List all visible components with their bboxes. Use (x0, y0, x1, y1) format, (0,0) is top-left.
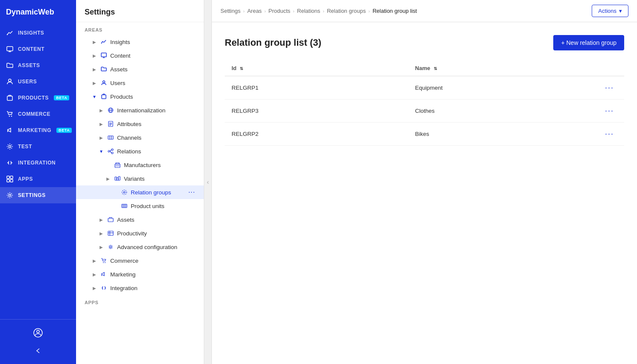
breadcrumb-current: Relation group list (373, 8, 417, 14)
sidebar-item-content[interactable]: CONTENT (0, 41, 76, 57)
row-menu-btn-2[interactable]: ··· (602, 106, 617, 116)
monitor-sm-icon (100, 52, 108, 59)
assets2-icon (107, 216, 114, 223)
content-header: Relation group list (3) + New relation g… (225, 35, 624, 50)
sidebar-item-marketing-sub[interactable]: ▶ Marketing (76, 267, 204, 281)
sidebar-item-variants[interactable]: ▶ Variants (76, 172, 204, 185)
sidebar-relation-groups-label: Relation groups (131, 189, 186, 196)
app-logo: DynamicWeb (0, 0, 76, 25)
svg-rect-11 (10, 176, 13, 179)
row-menu-btn-3[interactable]: ··· (602, 129, 617, 139)
sidebar-item-content-sub[interactable]: ▶ Content (76, 49, 204, 62)
sidebar-integration-label: Integration (110, 285, 195, 291)
commerce-sm-icon (100, 257, 108, 264)
sidebar-item-settings[interactable]: SETTINGS (0, 187, 76, 203)
user-profile-btn[interactable] (0, 324, 76, 342)
svg-rect-50 (108, 218, 113, 222)
sidebar-item-advanced-config[interactable]: ▶ Advanced configuration (76, 240, 204, 254)
sidebar-item-commerce[interactable]: COMMERCE (0, 106, 76, 122)
breadcrumb-products[interactable]: Products (268, 8, 290, 14)
chevron-right-icon: ▶ (91, 285, 97, 291)
sidebar-item-apps[interactable]: APPS (0, 171, 76, 187)
chevron-right-icon: ▶ (98, 107, 104, 113)
sidebar-item-attributes[interactable]: ▶ Attributes (76, 117, 204, 131)
sidebar-item-commerce-sub[interactable]: ▶ Commerce (76, 254, 204, 267)
sidebar-item-users[interactable]: USERS (0, 73, 76, 90)
sidebar-item-productivity[interactable]: ▶ Productivity (76, 226, 204, 240)
sidebar-item-insights-sub[interactable]: ▶ Insights (76, 35, 204, 49)
table-row[interactable]: RELGRP3 Clothes ··· (225, 100, 624, 123)
table-row[interactable]: RELGRP2 Bikes ··· (225, 123, 624, 146)
relation-groups-table: Id ⇅ Name ⇅ RELGRP1 Equipment ··· (225, 61, 624, 146)
row-menu-btn-1[interactable]: ··· (602, 82, 617, 93)
sidebar-item-products-sub[interactable]: ▼ Products (76, 90, 204, 103)
relation-groups-menu[interactable]: ··· (188, 188, 195, 196)
row-name-3: Bikes (408, 123, 595, 146)
svg-rect-17 (101, 53, 106, 57)
new-relation-group-button[interactable]: + New relation group (553, 35, 624, 50)
svg-point-16 (37, 330, 39, 333)
sidebar-item-marketing[interactable]: MARKETING BETA (0, 122, 76, 138)
svg-point-31 (108, 150, 110, 152)
sidebar-item-test[interactable]: TEST (0, 138, 76, 155)
breadcrumb-relations[interactable]: Relations (297, 8, 320, 14)
apps-icon (6, 175, 14, 183)
sidebar-item-assets-sub[interactable]: ▶ Assets (76, 62, 204, 76)
sidebar-commerce-label: Commerce (110, 258, 195, 264)
svg-rect-42 (117, 178, 118, 180)
productivity-icon (107, 229, 114, 237)
sidebar-item-channels[interactable]: ▶ Channels (76, 131, 204, 144)
col-id[interactable]: Id ⇅ (225, 61, 408, 76)
breadcrumb-relation-groups[interactable]: Relation groups (327, 8, 366, 14)
sidebar-item-relations[interactable]: ▼ Relations (76, 144, 204, 158)
content-area: Relation group list (3) + New relation g… (212, 22, 637, 364)
table-head: Id ⇅ Name ⇅ (225, 61, 624, 76)
sidebar-item-integration-sub[interactable]: ▶ Integration (76, 281, 204, 295)
sidebar-product-units-label: Product units (131, 203, 195, 209)
svg-point-32 (112, 149, 113, 150)
svg-rect-28 (108, 136, 113, 139)
products-sm-icon (100, 93, 108, 100)
sidebar-productivity-label: Productivity (117, 230, 195, 237)
chevron-right-icon: ▶ (98, 230, 104, 236)
sidebar-resize-handle[interactable]: ‹ (204, 0, 212, 364)
row-actions-3: ··· (595, 123, 624, 146)
table-row[interactable]: RELGRP1 Equipment ··· (225, 76, 624, 100)
sidebar-item-product-units[interactable]: ▶ Product units (76, 199, 204, 213)
breadcrumb-areas[interactable]: Areas (247, 8, 262, 14)
actions-button[interactable]: Actions ▾ (592, 5, 628, 17)
sidebar-item-relation-groups[interactable]: ▶ Relation groups ··· (76, 185, 204, 199)
svg-rect-37 (116, 163, 119, 164)
name-sort-icon: ⇅ (434, 66, 437, 71)
top-bar: Settings › Areas › Products › Relations … (212, 0, 637, 22)
svg-rect-43 (118, 176, 120, 180)
sidebar-internationalization-label: Internationalization (117, 107, 195, 114)
sidebar-item-assets[interactable]: ASSETS (0, 57, 76, 73)
breadcrumb-sep-5: › (368, 9, 370, 14)
sidebar-item-internationalization[interactable]: ▶ Internationalization (76, 103, 204, 117)
nav-label-content: CONTENT (18, 46, 44, 52)
sidebar-item-products[interactable]: PRODUCTS BETA (0, 90, 76, 106)
sidebar-item-integration[interactable]: INTEGRATION (0, 155, 76, 171)
svg-point-6 (9, 115, 10, 116)
section-areas-label: Areas (76, 22, 204, 35)
sidebar-users-label: Users (110, 80, 195, 86)
user-sm-icon (100, 79, 108, 87)
chevron-right-icon: ▶ (91, 271, 97, 277)
sidebar-item-insights[interactable]: INSIGHTS (0, 25, 76, 41)
col-name[interactable]: Name ⇅ (408, 61, 595, 76)
row-name-2: Clothes (408, 100, 595, 123)
sidebar-item-manufacturers[interactable]: ▶ Manufacturers (76, 158, 204, 172)
svg-point-54 (110, 246, 112, 248)
id-sort-icon: ⇅ (240, 66, 243, 71)
breadcrumb-settings[interactable]: Settings (220, 8, 241, 14)
svg-point-55 (103, 262, 104, 263)
box-icon (6, 94, 14, 102)
table-header-row: Id ⇅ Name ⇅ (225, 61, 624, 76)
sidebar-assets-label: Assets (110, 66, 195, 73)
sidebar-item-assets-sub2[interactable]: ▶ Assets (76, 213, 204, 226)
chevron-right-icon: ▶ (91, 80, 97, 86)
collapse-nav-btn[interactable] (0, 342, 76, 360)
sidebar-item-users-sub[interactable]: ▶ Users (76, 76, 204, 90)
chevron-down-icon: ▼ (98, 148, 104, 154)
